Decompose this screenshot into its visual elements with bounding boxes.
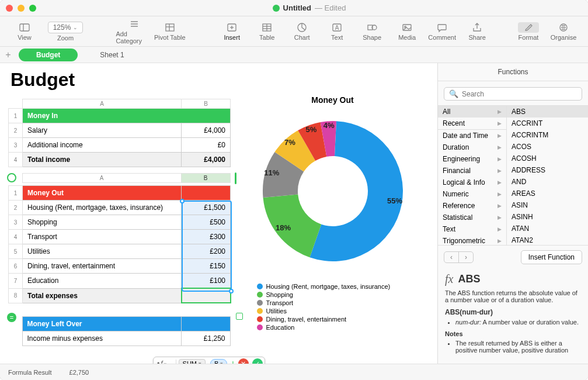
- cell[interactable]: Additional income: [23, 138, 182, 153]
- table-money-out-head[interactable]: AB: [8, 173, 231, 183]
- table-money-left[interactable]: Money Left Over Income minus expenses£1,…: [8, 316, 231, 346]
- function-item[interactable]: ACCRINTM: [507, 129, 588, 141]
- chart-button[interactable]: Chart: [284, 22, 319, 41]
- function-item[interactable]: AND: [507, 176, 588, 188]
- category-list[interactable]: All▶Recent▶Date and Time▶Duration▶Engine…: [438, 106, 507, 245]
- add-category-button[interactable]: Add Category: [116, 19, 152, 44]
- function-item[interactable]: ATAN: [507, 223, 588, 234]
- formula-result-label: Formula Result: [8, 369, 52, 376]
- col-header-b-selected[interactable]: B: [181, 174, 230, 183]
- tab-sheet1[interactable]: Sheet 1: [82, 49, 141, 61]
- cell[interactable]: £1,250: [181, 331, 230, 346]
- function-item[interactable]: ACOS: [507, 141, 588, 153]
- chart-slice[interactable]: [263, 195, 321, 258]
- cell-total-expenses[interactable]: Total expenses: [23, 288, 182, 303]
- function-item[interactable]: ASINH: [507, 211, 588, 223]
- table-handle[interactable]: [7, 173, 16, 182]
- cell-total-label[interactable]: Total income: [23, 153, 182, 167]
- cell[interactable]: £500: [182, 215, 231, 230]
- col-header-b[interactable]: B: [182, 99, 231, 109]
- share-button[interactable]: Share: [460, 22, 495, 41]
- minimize-window-button[interactable]: [18, 5, 25, 12]
- cell[interactable]: Education: [23, 274, 182, 289]
- formula-editor[interactable]: • fx ⌄ SUM▾ B ▾ | ✕ ✓: [153, 357, 265, 364]
- function-item[interactable]: AREAS: [507, 188, 588, 199]
- header-money-in[interactable]: Money In: [23, 109, 231, 123]
- media-button[interactable]: Media: [389, 22, 425, 41]
- active-formula-cell[interactable]: [182, 288, 231, 303]
- cell[interactable]: £1,500: [182, 201, 231, 215]
- insert-function-button[interactable]: Insert Function: [521, 250, 582, 264]
- canvas[interactable]: Budget AB 1Money In 2Salary£4,000 3Addit…: [0, 63, 437, 364]
- view-button[interactable]: View: [7, 22, 42, 41]
- category-item[interactable]: Date and Time▶: [438, 130, 506, 141]
- category-item[interactable]: Financial▶: [438, 165, 506, 177]
- function-search[interactable]: 🔍: [444, 87, 582, 101]
- category-item[interactable]: Numeric▶: [438, 188, 506, 200]
- close-window-button[interactable]: [6, 5, 13, 12]
- cell[interactable]: £100: [182, 274, 231, 289]
- category-item[interactable]: Text▶: [438, 223, 506, 235]
- cell[interactable]: Income minus expenses: [22, 331, 181, 346]
- zoom-window-button[interactable]: [29, 5, 36, 12]
- category-item[interactable]: Reference▶: [438, 200, 506, 212]
- category-item[interactable]: Recent▶: [438, 118, 506, 129]
- fx-icon[interactable]: • fx ⌄: [154, 360, 176, 364]
- zoom-button[interactable]: 125%⌄ Zoom: [42, 22, 89, 42]
- formula-range-token[interactable]: B ▾: [210, 359, 227, 364]
- organise-icon: [558, 22, 569, 33]
- function-search-input[interactable]: [462, 90, 577, 98]
- add-sheet-button[interactable]: +: [0, 50, 16, 60]
- table-money-in[interactable]: AB 1Money In 2Salary£4,000 3Additional i…: [8, 99, 231, 167]
- table-money-out[interactable]: 1Money Out 2Housing (Rent, mortgage, tax…: [8, 185, 231, 303]
- formula-accept-button[interactable]: ✓: [252, 358, 263, 364]
- format-button[interactable]: Format: [511, 22, 546, 41]
- function-item[interactable]: ACOSH: [507, 153, 588, 164]
- formula-function-token[interactable]: SUM▾: [179, 359, 206, 364]
- nav-next-button[interactable]: ›: [459, 252, 473, 262]
- pivot-table-button[interactable]: Pivot Table: [152, 22, 187, 41]
- donut-chart[interactable]: Money Out 55%18%11%7%5%4% Housing (Rent,…: [257, 95, 409, 332]
- category-item[interactable]: Statistical▶: [438, 212, 506, 223]
- organise-button[interactable]: Organise: [546, 22, 581, 41]
- cell[interactable]: £150: [182, 259, 231, 274]
- category-item[interactable]: All▶: [438, 106, 506, 118]
- function-item[interactable]: ASIN: [507, 199, 588, 211]
- cell[interactable]: £200: [182, 244, 231, 259]
- function-item[interactable]: ACCRINT: [507, 118, 588, 129]
- category-item[interactable]: Trigonometric▶: [438, 235, 506, 245]
- row-handle[interactable]: =: [7, 313, 16, 322]
- function-list[interactable]: ABSACCRINTACCRINTMACOSACOSHADDRESSANDARE…: [507, 106, 588, 245]
- function-nav[interactable]: ‹ ›: [444, 251, 474, 263]
- shape-button[interactable]: Shape: [354, 22, 389, 41]
- text-button[interactable]: A Text: [319, 22, 354, 41]
- cell[interactable]: £300: [182, 230, 231, 244]
- insert-button[interactable]: Insert: [214, 22, 249, 41]
- column-resize-handle[interactable]: [235, 172, 236, 184]
- category-item[interactable]: Duration▶: [438, 141, 506, 153]
- category-item[interactable]: Logical & Info▶: [438, 177, 506, 188]
- header-money-out[interactable]: Money Out: [23, 186, 182, 201]
- cell[interactable]: Housing (Rent, mortgage, taxes, insuranc…: [23, 201, 182, 215]
- col-header-a[interactable]: A: [23, 99, 182, 109]
- table-corner-handle[interactable]: [236, 313, 243, 320]
- cell[interactable]: Shopping: [23, 215, 182, 230]
- cell[interactable]: Transport: [23, 230, 182, 244]
- cell[interactable]: Salary: [23, 123, 182, 138]
- nav-prev-button[interactable]: ‹: [444, 252, 459, 262]
- cell[interactable]: Dining, travel, entertainment: [23, 259, 182, 274]
- comment-button[interactable]: Comment: [425, 22, 460, 41]
- cell[interactable]: £0: [182, 138, 231, 153]
- col-header-a[interactable]: A: [22, 174, 181, 183]
- cell[interactable]: Utilities: [23, 244, 182, 259]
- header-money-left[interactable]: Money Left Over: [22, 317, 181, 331]
- cell[interactable]: £4,000: [182, 123, 231, 138]
- cell-total-value[interactable]: £4,000: [182, 153, 231, 167]
- function-item[interactable]: ATAN2: [507, 234, 588, 245]
- category-item[interactable]: Engineering▶: [438, 153, 506, 165]
- tab-budget[interactable]: Budget: [19, 49, 78, 61]
- function-item[interactable]: ABS: [507, 106, 588, 118]
- formula-cancel-button[interactable]: ✕: [238, 358, 249, 364]
- table-button[interactable]: Table: [249, 22, 284, 41]
- function-item[interactable]: ADDRESS: [507, 164, 588, 176]
